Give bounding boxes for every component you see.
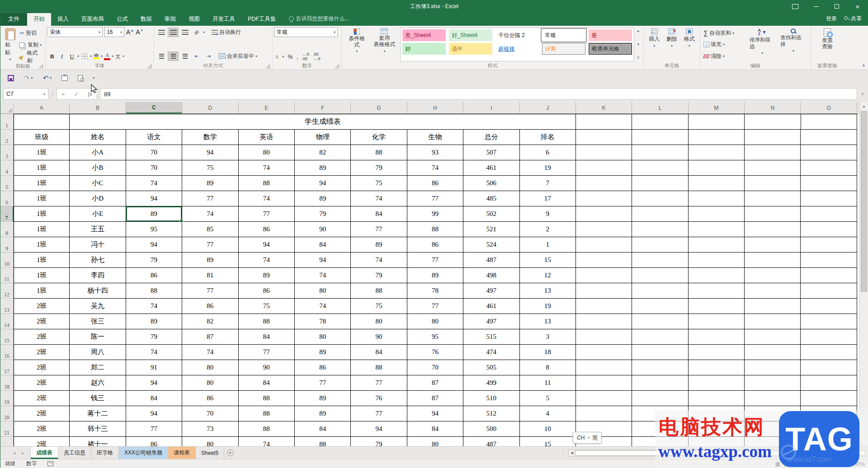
cell[interactable] (745, 314, 801, 329)
cell[interactable]: 94 (407, 406, 463, 421)
cell[interactable] (745, 176, 801, 191)
cell[interactable] (745, 145, 801, 160)
vertical-scrollbar[interactable]: ▲ (859, 102, 868, 446)
cell[interactable] (745, 160, 801, 176)
cell[interactable]: 孙七 (70, 253, 126, 268)
phonetic-guide-button[interactable]: 文 (114, 54, 122, 59)
cell[interactable] (576, 206, 632, 222)
cell[interactable]: 86 (126, 268, 182, 283)
customize-qat-icon[interactable]: ▾ (93, 76, 94, 80)
cell[interactable]: 6 (520, 145, 576, 160)
cell[interactable]: 2班 (14, 421, 70, 437)
cell[interactable]: 4 (520, 406, 576, 421)
cell[interactable] (689, 391, 745, 406)
cell[interactable]: 2班 (14, 360, 70, 375)
row-header-20[interactable]: 20 (0, 406, 14, 421)
italic-button[interactable]: I (57, 51, 66, 61)
cell[interactable] (576, 299, 632, 314)
cell[interactable] (689, 299, 745, 314)
align-bottom-button[interactable] (179, 28, 190, 37)
preview-button[interactable] (78, 75, 83, 81)
cell[interactable] (632, 206, 688, 222)
tab-8[interactable]: PDF工具集 (241, 13, 283, 26)
cell[interactable] (745, 329, 801, 345)
row-header-14[interactable]: 14 (0, 314, 14, 329)
underline-button[interactable]: U (67, 51, 76, 61)
cell[interactable] (689, 114, 745, 130)
cell[interactable]: 89 (239, 268, 295, 283)
cell[interactable] (689, 314, 745, 329)
cell[interactable] (745, 253, 801, 268)
cell[interactable]: 80 (239, 145, 295, 160)
cell[interactable]: 521 (463, 222, 519, 237)
cell[interactable] (801, 114, 857, 130)
row-header-5[interactable]: 5 (0, 176, 14, 191)
cell[interactable]: 钱三 (70, 391, 126, 406)
select-all-corner[interactable] (0, 102, 14, 113)
cell[interactable] (576, 406, 632, 421)
cell[interactable]: 84 (295, 421, 351, 437)
fill-color-button[interactable] (93, 53, 100, 59)
cell[interactable]: 80 (295, 283, 351, 299)
cell[interactable]: 1班 (14, 191, 70, 206)
cell[interactable] (745, 130, 801, 145)
cell[interactable]: 94 (351, 421, 407, 437)
cell[interactable]: 89 (295, 160, 351, 176)
cell-style-chip[interactable]: 好 (402, 43, 446, 55)
cell[interactable]: 2 (520, 222, 576, 237)
align-center-button[interactable] (168, 51, 179, 61)
cell[interactable]: 505 (463, 360, 519, 375)
cell[interactable]: 74 (126, 299, 182, 314)
cell[interactable]: 80 (182, 360, 238, 375)
merged-title-cell[interactable]: 学生成绩表 (70, 114, 576, 130)
minimize-button[interactable] (806, 0, 826, 13)
cell[interactable]: 80 (407, 314, 463, 329)
cell[interactable]: 80 (182, 375, 238, 391)
bold-button[interactable]: B (47, 51, 57, 61)
cell[interactable] (745, 283, 801, 299)
cell[interactable] (632, 360, 688, 375)
cell[interactable]: 11 (520, 375, 576, 391)
cell[interactable]: 81 (182, 268, 238, 283)
number-dialog-launcher[interactable] (335, 64, 339, 68)
gallery-scroll-up-icon[interactable]: ▲ (637, 29, 640, 33)
cell[interactable] (745, 360, 801, 375)
cell[interactable]: 84 (351, 345, 407, 360)
row-header-10[interactable]: 10 (0, 253, 14, 268)
cell[interactable] (576, 314, 632, 329)
cell-style-chip[interactable]: 差_Sheet4 (402, 29, 446, 41)
cell[interactable]: 77 (182, 283, 238, 299)
cell[interactable]: 冯十 (70, 237, 126, 253)
cell[interactable]: 周八 (70, 345, 126, 360)
column-header-E[interactable]: E (239, 102, 295, 113)
cell[interactable]: 77 (182, 191, 238, 206)
cell[interactable]: 77 (407, 253, 463, 268)
name-box[interactable]: C7▾ (3, 88, 48, 100)
cell[interactable]: 74 (239, 437, 295, 446)
cell[interactable]: 90 (351, 329, 407, 345)
cell[interactable] (689, 206, 745, 222)
cell[interactable]: 87 (407, 375, 463, 391)
currency-format-button[interactable]: ¤ (275, 53, 278, 60)
cell[interactable]: 84 (239, 329, 295, 345)
cell[interactable]: 10 (520, 421, 576, 437)
tab-7[interactable]: 开发工具 (206, 13, 241, 26)
paste-button[interactable]: 粘贴 ▾ (2, 27, 18, 63)
cell[interactable] (801, 375, 857, 391)
share-button[interactable]: 共享 (843, 15, 862, 23)
cell[interactable]: 1班 (14, 176, 70, 191)
cell[interactable] (576, 375, 632, 391)
cell[interactable]: 褚十一 (70, 437, 126, 446)
autosum-button[interactable]: ∑自动求和▾ (702, 28, 747, 38)
cell[interactable]: 95 (126, 222, 182, 237)
align-left-button[interactable] (156, 51, 167, 61)
column-header-N[interactable]: N (745, 102, 801, 113)
cell[interactable]: 88 (407, 222, 463, 237)
cell[interactable]: 79 (351, 268, 407, 283)
cell[interactable]: 80 (351, 314, 407, 329)
cell[interactable]: 461 (463, 299, 519, 314)
invoice-check-button[interactable]: 发票查验 (819, 27, 835, 62)
vertical-scroll-thumb[interactable] (861, 111, 867, 292)
cell[interactable] (689, 145, 745, 160)
fill-button[interactable]: ↓填充▾ (702, 40, 747, 50)
